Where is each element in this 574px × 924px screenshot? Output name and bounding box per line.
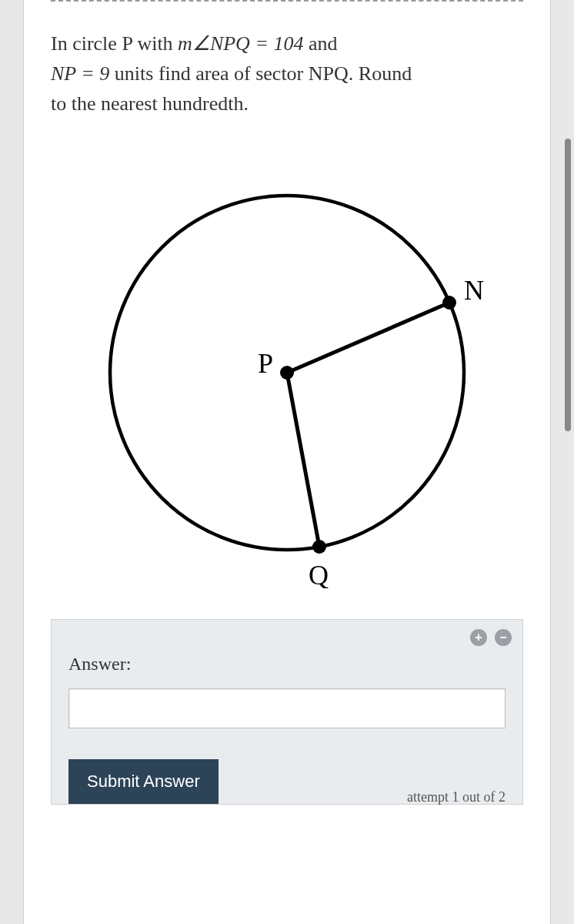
answer-input[interactable] — [68, 688, 506, 728]
zoom-in-icon[interactable]: + — [470, 629, 487, 646]
problem-text-1b: and — [303, 32, 337, 55]
svg-line-1 — [287, 303, 449, 373]
zoom-controls: + − — [470, 629, 512, 646]
svg-point-4 — [442, 296, 456, 310]
page-container: In circle P with m∠NPQ = 104 and NP = 9 … — [23, 0, 551, 924]
label-Q: Q — [309, 560, 329, 588]
svg-line-2 — [287, 373, 319, 547]
answer-panel: + − Answer: Submit Answer attempt 1 out … — [51, 619, 523, 805]
label-N: N — [464, 275, 484, 306]
label-P: P — [258, 348, 273, 379]
diagram-container: P N Q — [51, 134, 523, 611]
problem-statement: In circle P with m∠NPQ = 104 and NP = 9 … — [51, 28, 523, 119]
circle-diagram: P N Q — [72, 157, 502, 588]
zoom-out-icon[interactable]: − — [495, 629, 512, 646]
svg-point-3 — [280, 366, 294, 380]
scrollbar-thumb[interactable] — [565, 139, 571, 431]
angle-expression: m∠NPQ = 104 — [178, 32, 303, 55]
problem-text-1: In circle P with — [51, 32, 178, 55]
radius-expression: NP = 9 — [51, 62, 109, 85]
answer-label: Answer: — [68, 654, 506, 675]
svg-point-5 — [312, 540, 326, 554]
problem-text-3: to the nearest hundredth. — [51, 92, 249, 115]
problem-text-2: units find area of sector NPQ. Round — [109, 62, 412, 85]
dashed-divider — [51, 0, 523, 2]
submit-button[interactable]: Submit Answer — [68, 759, 219, 804]
attempt-counter: attempt 1 out of 2 — [407, 789, 506, 805]
